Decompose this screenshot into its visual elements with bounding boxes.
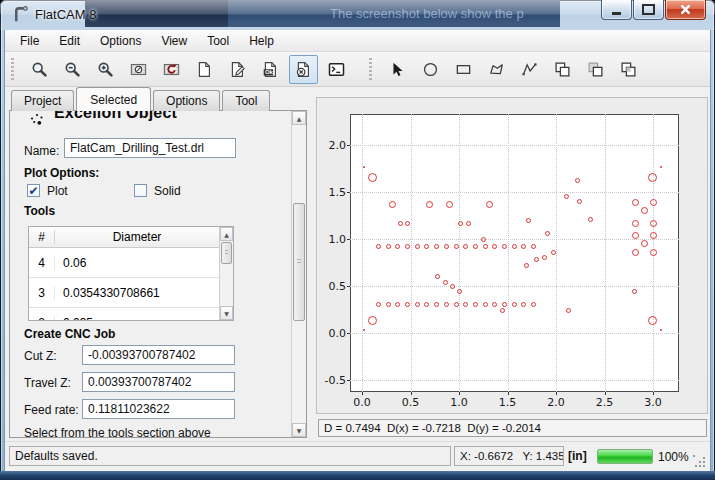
cnc-field-input[interactable]: 0.11811023622: [82, 399, 235, 419]
delete-file-button[interactable]: [289, 55, 318, 84]
union-button[interactable]: [548, 55, 577, 84]
tool-number: 2: [29, 316, 55, 322]
menu-item-options[interactable]: Options: [90, 31, 151, 51]
scrollbar-thumb[interactable]: [293, 203, 305, 321]
tool-row[interactable]: 30.0354330708661: [29, 278, 233, 308]
plot-canvas[interactable]: 0.00.51.01.52.02.53.02.01.51.00.50.0-0.5: [316, 97, 708, 414]
cnc-field-input[interactable]: -0.00393700787402: [82, 345, 235, 365]
tick-mark: [556, 392, 557, 395]
grid-line: [411, 114, 412, 392]
scroll-up-icon[interactable]: ▲: [292, 111, 306, 125]
tool-diameter: 0.0354330708661: [55, 286, 160, 300]
menu-item-view[interactable]: View: [151, 31, 197, 51]
ok-file-icon: Ok: [262, 61, 279, 78]
client-area: FileEditOptionsViewToolHelp Ok ProjectSe…: [4, 30, 711, 471]
intersect-button[interactable]: [614, 55, 643, 84]
tab-options[interactable]: Options: [153, 90, 220, 111]
minimize-button[interactable]: [601, 0, 632, 20]
clear-plot-button[interactable]: [124, 55, 153, 84]
toolbar-draw-group: [369, 55, 643, 84]
tools-table-scrollbar[interactable]: ▲ ▼: [219, 227, 233, 320]
toolbar: Ok: [5, 52, 710, 87]
tools-table[interactable]: # Diameter 40.0630.035433070866120.035 ▲…: [28, 226, 234, 321]
zoom-in-icon: [97, 61, 114, 78]
scroll-down-icon[interactable]: ▼: [220, 306, 233, 320]
menu-item-help[interactable]: Help: [239, 31, 284, 51]
scroll-down-icon[interactable]: ▼: [292, 423, 306, 437]
y-tick-label: 1.0: [319, 233, 346, 246]
toolbar-grip[interactable]: [369, 58, 372, 80]
screen: The screenshot below show the p FlatCAM …: [0, 0, 715, 480]
scroll-up-icon[interactable]: ▲: [220, 227, 233, 241]
drill-point: [648, 316, 657, 325]
x-tick-label: 1.0: [445, 396, 473, 409]
excellon-drill-icon: [30, 113, 44, 127]
create-cnc-job-label: Create CNC Job: [24, 327, 115, 341]
zoom-in-button[interactable]: [91, 55, 120, 84]
rectangle-button[interactable]: [449, 55, 478, 84]
tab-selected[interactable]: Selected: [76, 87, 151, 111]
panel-scrollbar[interactable]: ▲ ▼: [291, 111, 306, 437]
titlebar[interactable]: The screenshot below show the p FlatCAM …: [0, 0, 715, 30]
pointer-button[interactable]: [383, 55, 412, 84]
column-header-number[interactable]: #: [29, 230, 55, 244]
x-tick-label: 2.5: [591, 396, 619, 409]
tools-hint-text: Select from the tools section above: [24, 426, 211, 438]
drill-point: [386, 244, 391, 249]
drill-point: [454, 302, 459, 307]
cnc-field-input[interactable]: 0.00393700787402: [82, 372, 235, 392]
scrollbar-thumb[interactable]: [221, 242, 232, 264]
drill-point: [650, 220, 657, 227]
plot-checkbox[interactable]: ✔: [27, 184, 40, 197]
zoom-out-icon: [64, 61, 81, 78]
drill-point: [632, 249, 639, 256]
tick-mark: [347, 380, 350, 381]
background-window-bleed: The screenshot below show the p: [228, 0, 560, 27]
polyline-icon: [521, 61, 538, 78]
new-file-button[interactable]: [190, 55, 219, 84]
zoom-out-button[interactable]: [58, 55, 87, 84]
zoom-fit-button[interactable]: [25, 55, 54, 84]
polyline-button[interactable]: [515, 55, 544, 84]
maximize-button[interactable]: [633, 0, 664, 20]
solid-checkbox[interactable]: [134, 184, 147, 197]
tool-row[interactable]: 20.035: [29, 308, 233, 321]
subtract-button[interactable]: [581, 55, 610, 84]
progress-bar: [597, 449, 653, 464]
tab-project[interactable]: Project: [11, 90, 74, 111]
tool-row[interactable]: 40.06: [29, 248, 233, 278]
drill-point: [632, 199, 639, 206]
cnc-field-label: Travel Z:: [24, 376, 71, 390]
y-tick-label: 2.0: [319, 139, 346, 152]
column-header-diameter[interactable]: Diameter: [55, 230, 219, 244]
resize-grip[interactable]: [693, 455, 705, 467]
drill-point: [483, 244, 488, 249]
drill-point: [512, 244, 517, 249]
delete-file-icon: [295, 61, 312, 78]
menu-item-edit[interactable]: Edit: [49, 31, 90, 51]
drill-point: [551, 250, 556, 255]
grid-line: [459, 114, 460, 392]
grid-line: [350, 380, 679, 381]
tab-tool[interactable]: Tool: [222, 90, 270, 111]
progress-percent: 100%: [658, 450, 689, 464]
plot-axes: [350, 114, 679, 392]
toolbar-grip[interactable]: [11, 58, 14, 80]
grid-line: [350, 333, 679, 334]
name-input[interactable]: FlatCam_Drilling_Test.drl: [64, 138, 236, 158]
drill-point: [443, 280, 448, 285]
circle-button[interactable]: [416, 55, 445, 84]
x-tick-label: 3.0: [639, 396, 667, 409]
drill-point: [650, 199, 657, 206]
drill-point: [415, 244, 420, 249]
checkmark-icon: ✔: [28, 186, 38, 196]
polygon-button[interactable]: [482, 55, 511, 84]
shell-button[interactable]: [322, 55, 351, 84]
close-button[interactable]: [665, 0, 706, 20]
edit-file-button[interactable]: [223, 55, 252, 84]
drill-point: [650, 249, 657, 256]
menu-item-file[interactable]: File: [10, 31, 49, 51]
menu-item-tool[interactable]: Tool: [197, 31, 239, 51]
ok-file-button[interactable]: Ok: [256, 55, 285, 84]
replot-button[interactable]: [157, 55, 186, 84]
